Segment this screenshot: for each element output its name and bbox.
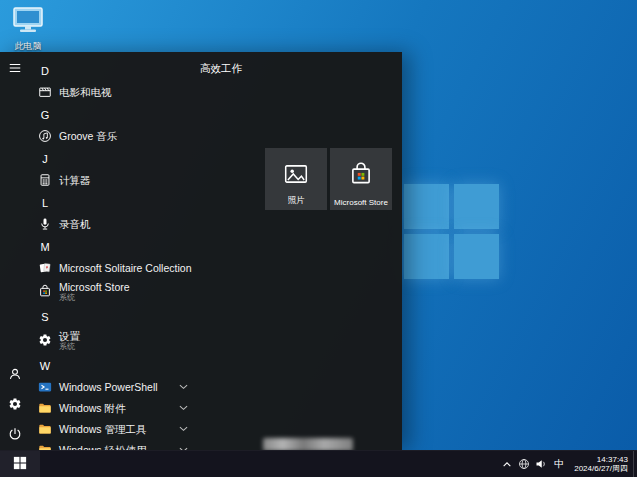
folder-icon [38,443,52,451]
app-list-item-calculator[interactable]: 计算器 [30,169,196,190]
app-list-item-solitaire[interactable]: Microsoft Solitaire Collection [30,257,196,278]
powershell-icon [38,380,52,394]
hamburger-icon [8,61,22,78]
app-label: 设置 [59,330,80,342]
groove-music-icon [38,129,52,143]
section-header-w[interactable]: W [30,355,196,376]
start-menu-rail [0,52,30,450]
this-pc-icon [11,5,45,39]
tile-label: Microsoft Store [330,198,392,207]
solitaire-icon [38,261,52,275]
section-letter: W [38,360,52,372]
chevron-down-icon [179,405,188,411]
chevron-up-icon [502,461,512,468]
section-letter: M [38,241,52,253]
windows-logo-pane [454,184,499,229]
speaker-icon [535,458,547,470]
app-list-item-voice-recorder[interactable]: 录音机 [30,213,196,234]
clock-time: 14:37:43 [574,455,628,465]
section-letter: J [38,153,52,165]
section-letter: D [38,65,52,77]
app-list-item-microsoft-store[interactable]: Microsoft Store 系统 [30,278,196,304]
rail-bottom-group [0,360,30,450]
power-icon [8,427,22,444]
clock-date: 2024/6/27/周四 [574,464,628,474]
section-header-s[interactable]: S [30,306,196,327]
taskbar: 中 14:37:43 2024/6/27/周四 [0,450,637,477]
app-list-item-movies-tv[interactable]: 电影和电视 [30,81,196,102]
section-header-d[interactable]: D [30,60,196,81]
section-header-l[interactable]: L [30,192,196,213]
windows-logo-pane [404,184,449,229]
desktop: 此电脑 [0,0,637,477]
app-label: 电影和电视 [59,86,112,98]
section-letter: L [38,197,52,209]
network-status-button[interactable] [515,451,532,477]
app-label: 录音机 [59,218,91,230]
tile-label: 照片 [265,195,327,207]
start-menu: D 电影和电视 G Groove 音乐 J [0,52,402,450]
blurred-region [263,438,353,450]
chevron-down-icon [179,426,188,432]
volume-button[interactable] [532,451,549,477]
desktop-icon-this-pc[interactable]: 此电脑 [5,5,51,53]
group-label: Windows 附件 [59,402,126,414]
windows-logo-pane [404,234,449,279]
user-account-button[interactable] [0,360,30,390]
windows-logo [404,184,499,279]
section-header-j[interactable]: J [30,148,196,169]
app-label: Groove 音乐 [59,130,117,142]
group-label: Windows PowerShell [59,381,158,393]
tile-microsoft-store[interactable]: Microsoft Store [330,148,392,210]
folder-icon [38,401,52,415]
store-icon [348,161,374,187]
tile-group-title[interactable]: 高效工作 [200,62,242,76]
gear-icon [38,333,52,347]
chevron-down-icon [179,384,188,390]
ime-indicator[interactable]: 中 [549,451,569,477]
section-header-g[interactable]: G [30,104,196,125]
app-group-windows-powershell[interactable]: Windows PowerShell [30,376,196,397]
section-letter: G [38,109,52,121]
movies-tv-icon [38,85,52,99]
app-group-windows-admin-tools[interactable]: Windows 管理工具 [30,418,196,439]
photos-icon [283,161,309,187]
gear-icon [8,397,22,414]
show-desktop-button[interactable] [633,451,637,477]
store-icon [38,284,52,298]
app-label: Microsoft Store [59,281,130,293]
user-icon [8,367,22,384]
settings-button[interactable] [0,390,30,420]
section-header-m[interactable]: M [30,236,196,257]
app-subtitle: 系统 [59,293,130,302]
folder-icon [38,422,52,436]
app-group-windows-ease-of-access[interactable]: Windows 轻松使用 [30,439,196,450]
system-tray: 中 14:37:43 2024/6/27/周四 [498,451,637,477]
app-label: 计算器 [59,174,91,186]
app-list: D 电影和电视 G Groove 音乐 J [30,52,196,450]
expand-menu-button[interactable] [0,54,30,84]
hidden-icons-button[interactable] [498,451,515,477]
app-list-item-settings[interactable]: 设置 系统 [30,327,196,353]
app-subtitle: 系统 [59,342,80,351]
windows-logo-pane [454,234,499,279]
globe-network-icon [518,458,530,470]
start-button[interactable] [0,451,40,477]
app-group-windows-accessories[interactable]: Windows 附件 [30,397,196,418]
app-label: Microsoft Solitaire Collection [59,262,191,274]
windows-flag-icon [13,456,27,473]
voice-recorder-icon [38,217,52,231]
tile-photos[interactable]: 照片 [265,148,327,210]
app-list-item-groove-music[interactable]: Groove 音乐 [30,125,196,146]
section-letter: S [38,311,52,323]
calculator-icon [38,173,52,187]
taskbar-clock[interactable]: 14:37:43 2024/6/27/周四 [569,451,633,477]
group-label: Windows 管理工具 [59,423,147,435]
power-button[interactable] [0,420,30,450]
